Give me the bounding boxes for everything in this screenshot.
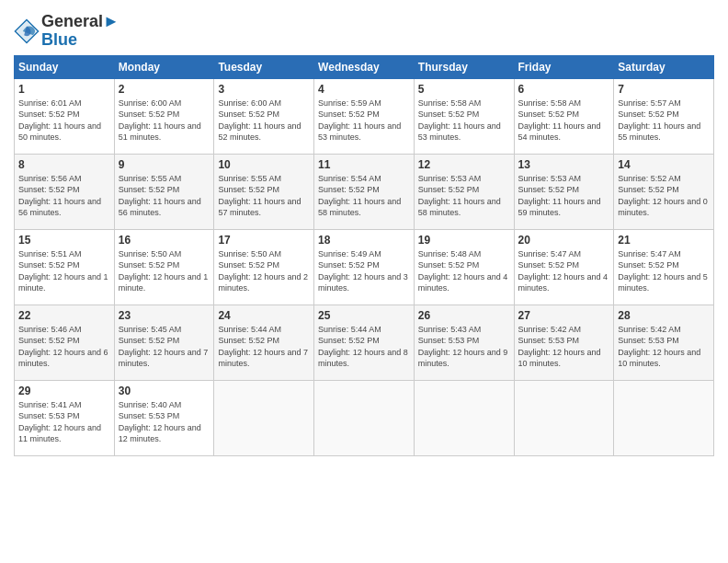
day-number: 12	[418, 158, 510, 171]
table-row: 10Sunrise: 5:55 AMSunset: 5:52 PMDayligh…	[214, 154, 314, 229]
table-row	[414, 380, 514, 455]
day-number: 13	[518, 158, 610, 171]
day-info: Sunrise: 5:41 AMSunset: 5:53 PMDaylight:…	[18, 399, 110, 445]
table-row: 6Sunrise: 5:58 AMSunset: 5:52 PMDaylight…	[514, 78, 614, 154]
table-row: 19Sunrise: 5:48 AMSunset: 5:52 PMDayligh…	[414, 229, 514, 304]
day-number: 21	[618, 234, 710, 247]
day-info: Sunrise: 5:49 AMSunset: 5:52 PMDaylight:…	[318, 248, 410, 294]
day-info: Sunrise: 5:58 AMSunset: 5:52 PMDaylight:…	[518, 98, 610, 144]
calendar-header-thursday: Thursday	[414, 55, 514, 78]
day-number: 28	[618, 309, 710, 322]
day-number: 19	[418, 234, 510, 247]
table-row: 3Sunrise: 6:00 AMSunset: 5:52 PMDaylight…	[214, 78, 314, 154]
header: General► Blue	[14, 9, 714, 50]
day-info: Sunrise: 5:56 AMSunset: 5:52 PMDaylight:…	[18, 173, 110, 219]
table-row	[214, 380, 314, 455]
day-info: Sunrise: 5:44 AMSunset: 5:52 PMDaylight:…	[218, 324, 310, 370]
day-number: 18	[318, 234, 410, 247]
day-number: 10	[218, 158, 310, 171]
day-info: Sunrise: 6:01 AMSunset: 5:52 PMDaylight:…	[18, 98, 110, 144]
table-row: 27Sunrise: 5:42 AMSunset: 5:53 PMDayligh…	[514, 304, 614, 380]
table-row: 1Sunrise: 6:01 AMSunset: 5:52 PMDaylight…	[15, 78, 115, 154]
calendar: SundayMondayTuesdayWednesdayThursdayFrid…	[14, 55, 714, 456]
table-row: 21Sunrise: 5:47 AMSunset: 5:52 PMDayligh…	[614, 229, 714, 304]
day-info: Sunrise: 5:55 AMSunset: 5:52 PMDaylight:…	[119, 173, 210, 219]
day-number: 5	[418, 83, 510, 96]
calendar-header-saturday: Saturday	[614, 55, 714, 78]
calendar-header-row: SundayMondayTuesdayWednesdayThursdayFrid…	[15, 55, 714, 78]
table-row: 26Sunrise: 5:43 AMSunset: 5:53 PMDayligh…	[414, 304, 514, 380]
table-row: 28Sunrise: 5:42 AMSunset: 5:53 PMDayligh…	[614, 304, 714, 380]
table-row: 25Sunrise: 5:44 AMSunset: 5:52 PMDayligh…	[314, 304, 415, 380]
logo: General► Blue	[14, 13, 119, 50]
table-row: 7Sunrise: 5:57 AMSunset: 5:52 PMDaylight…	[614, 78, 714, 154]
table-row: 23Sunrise: 5:45 AMSunset: 5:52 PMDayligh…	[114, 304, 214, 380]
day-info: Sunrise: 5:51 AMSunset: 5:52 PMDaylight:…	[18, 248, 110, 294]
table-row: 4Sunrise: 5:59 AMSunset: 5:52 PMDaylight…	[314, 78, 415, 154]
table-row: 15Sunrise: 5:51 AMSunset: 5:52 PMDayligh…	[15, 229, 115, 304]
table-row: 12Sunrise: 5:53 AMSunset: 5:52 PMDayligh…	[414, 154, 514, 229]
day-info: Sunrise: 5:57 AMSunset: 5:52 PMDaylight:…	[618, 98, 710, 144]
day-number: 8	[18, 158, 110, 171]
day-number: 26	[418, 309, 510, 322]
day-number: 7	[618, 83, 710, 96]
day-number: 23	[119, 309, 210, 322]
table-row: 30Sunrise: 5:40 AMSunset: 5:53 PMDayligh…	[114, 380, 214, 455]
logo-text: General► Blue	[41, 13, 119, 50]
calendar-header-tuesday: Tuesday	[214, 55, 314, 78]
day-number: 11	[318, 158, 410, 171]
day-number: 27	[518, 309, 610, 322]
calendar-header-friday: Friday	[514, 55, 614, 78]
day-info: Sunrise: 5:48 AMSunset: 5:52 PMDaylight:…	[418, 248, 510, 294]
table-row: 5Sunrise: 5:58 AMSunset: 5:52 PMDaylight…	[414, 78, 514, 154]
day-info: Sunrise: 5:47 AMSunset: 5:52 PMDaylight:…	[518, 248, 610, 294]
table-row: 14Sunrise: 5:52 AMSunset: 5:52 PMDayligh…	[614, 154, 714, 229]
day-info: Sunrise: 5:58 AMSunset: 5:52 PMDaylight:…	[418, 98, 510, 144]
table-row: 2Sunrise: 6:00 AMSunset: 5:52 PMDaylight…	[114, 78, 214, 154]
day-number: 9	[119, 158, 210, 171]
day-number: 14	[618, 158, 710, 171]
day-number: 16	[119, 234, 210, 247]
calendar-week-5: 29Sunrise: 5:41 AMSunset: 5:53 PMDayligh…	[15, 380, 714, 455]
day-info: Sunrise: 5:59 AMSunset: 5:52 PMDaylight:…	[318, 98, 410, 144]
table-row: 8Sunrise: 5:56 AMSunset: 5:52 PMDaylight…	[15, 154, 115, 229]
day-info: Sunrise: 5:45 AMSunset: 5:52 PMDaylight:…	[119, 324, 210, 370]
day-info: Sunrise: 5:44 AMSunset: 5:52 PMDaylight:…	[318, 324, 410, 370]
table-row	[614, 380, 714, 455]
table-row: 20Sunrise: 5:47 AMSunset: 5:52 PMDayligh…	[514, 229, 614, 304]
day-info: Sunrise: 5:50 AMSunset: 5:52 PMDaylight:…	[119, 248, 210, 294]
table-row	[314, 380, 415, 455]
table-row: 29Sunrise: 5:41 AMSunset: 5:53 PMDayligh…	[15, 380, 115, 455]
day-info: Sunrise: 5:40 AMSunset: 5:53 PMDaylight:…	[119, 399, 210, 445]
day-info: Sunrise: 5:55 AMSunset: 5:52 PMDaylight:…	[218, 173, 310, 219]
calendar-header-sunday: Sunday	[15, 55, 115, 78]
day-number: 15	[18, 234, 110, 247]
table-row: 24Sunrise: 5:44 AMSunset: 5:52 PMDayligh…	[214, 304, 314, 380]
table-row: 13Sunrise: 5:53 AMSunset: 5:52 PMDayligh…	[514, 154, 614, 229]
table-row: 16Sunrise: 5:50 AMSunset: 5:52 PMDayligh…	[114, 229, 214, 304]
day-info: Sunrise: 5:50 AMSunset: 5:52 PMDaylight:…	[218, 248, 310, 294]
day-number: 25	[318, 309, 410, 322]
day-number: 3	[218, 83, 310, 96]
calendar-week-1: 1Sunrise: 6:01 AMSunset: 5:52 PMDaylight…	[15, 78, 714, 154]
calendar-week-3: 15Sunrise: 5:51 AMSunset: 5:52 PMDayligh…	[15, 229, 714, 304]
day-info: Sunrise: 6:00 AMSunset: 5:52 PMDaylight:…	[218, 98, 310, 144]
table-row: 22Sunrise: 5:46 AMSunset: 5:52 PMDayligh…	[15, 304, 115, 380]
day-info: Sunrise: 5:46 AMSunset: 5:52 PMDaylight:…	[18, 324, 110, 370]
day-info: Sunrise: 5:42 AMSunset: 5:53 PMDaylight:…	[618, 324, 710, 370]
calendar-header-wednesday: Wednesday	[314, 55, 415, 78]
day-number: 20	[518, 234, 610, 247]
table-row: 11Sunrise: 5:54 AMSunset: 5:52 PMDayligh…	[314, 154, 415, 229]
day-info: Sunrise: 5:47 AMSunset: 5:52 PMDaylight:…	[618, 248, 710, 294]
day-info: Sunrise: 6:00 AMSunset: 5:52 PMDaylight:…	[119, 98, 210, 144]
calendar-week-2: 8Sunrise: 5:56 AMSunset: 5:52 PMDaylight…	[15, 154, 714, 229]
day-number: 1	[18, 83, 110, 96]
day-info: Sunrise: 5:54 AMSunset: 5:52 PMDaylight:…	[318, 173, 410, 219]
day-info: Sunrise: 5:53 AMSunset: 5:52 PMDaylight:…	[518, 173, 610, 219]
day-number: 24	[218, 309, 310, 322]
calendar-week-4: 22Sunrise: 5:46 AMSunset: 5:52 PMDayligh…	[15, 304, 714, 380]
day-number: 30	[119, 385, 210, 397]
day-info: Sunrise: 5:53 AMSunset: 5:52 PMDaylight:…	[418, 173, 510, 219]
day-number: 29	[18, 385, 110, 397]
day-number: 22	[18, 309, 110, 322]
